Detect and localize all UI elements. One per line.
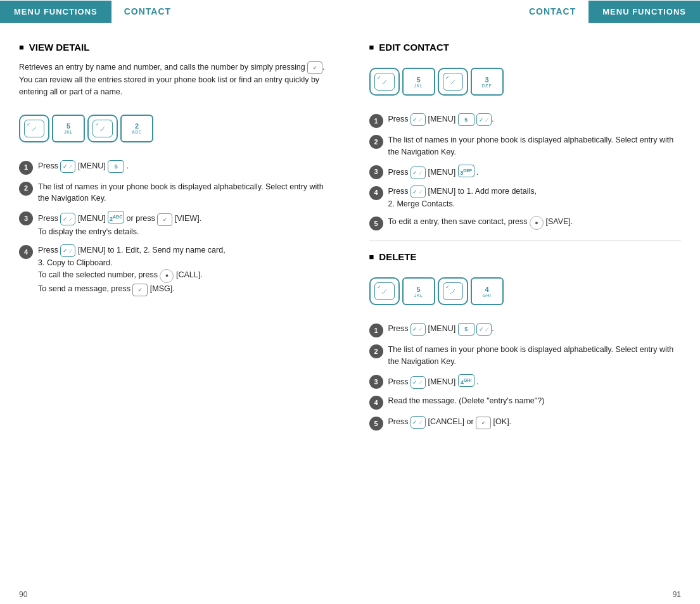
delete-title: DELETE [369,251,682,262]
edit-step-1-content: Press ✓⟋ [MENU] 5 ✓⟋. [388,113,682,126]
edit-contact-title: EDIT CONTACT [369,42,682,53]
phone-slash-icon-2: ⟋ [98,123,107,134]
ib-phone-icon-1: ✓⟋ [60,160,75,173]
edit-phone-slash-1: ⟋ [380,77,389,87]
diagram-num-5-btn: 5 JKL [52,115,85,142]
del-diagram-num-4-btn: 4 GHI [471,277,504,305]
edit-ib-3: 3DEF [458,165,474,177]
diagram-num-2-btn: 2 ABC [120,115,153,142]
checkmark-icon-2: ✓ [95,122,99,127]
num-5-sub: JKL [64,130,73,134]
ib-phone-icon-4: ✓⟋ [60,244,75,257]
del-ib-phone-3: ✓⟋ [410,376,426,389]
edit-step-5: 5 To edit a entry, then save contact, pr… [369,216,682,230]
edit-ib-phone-1: ✓⟋ [410,113,426,126]
ib-5-num: 5 [108,160,124,173]
ib-2-num: 2ABC [108,211,124,223]
edit-ib-phone-2: ✓⟋ [476,113,492,126]
edit-checkmark-1: ✓ [377,75,381,80]
edit-diagram-phone-btn-2: ✓ ⟋ [438,68,468,96]
edit-contact-steps: 1 Press ✓⟋ [MENU] 5 ✓⟋. 2 The list of na… [369,113,682,230]
edit-step-4-content: Press ✓⟋ [MENU] to 1. Add more details, … [388,186,682,210]
step-2-content: The list of names in your phone book is … [38,181,331,205]
edit-step-num-5: 5 [369,217,383,230]
ib-phone-icon-3: ✓⟋ [60,213,75,225]
del-step-num-1: 1 [369,324,383,337]
view-detail-diagram: ✓ ⟋ 5 JKL ✓ ⟋ 2 ABC [19,108,331,149]
del-diagram-phone-btn-1: ✓ ⟋ [369,277,400,305]
right-page-number: 91 [673,590,681,599]
edit-diagram-num-3-btn: 3 DEF [471,68,504,96]
ib-nav-icon: ↙ [157,213,172,226]
edit-phone-inline-1: ✓⟋ [410,113,426,126]
phone-slash-icon-1: ⟋ [30,123,39,134]
edit-num-5-main: 5 [416,76,420,84]
edit-phone-slash-2: ⟋ [449,77,457,87]
del-ib-4: 4GHI [458,374,474,387]
main-content: VIEW DETAIL Retrieves an entry by name a… [0,23,700,585]
divider [369,241,682,241]
del-ib-phone-2: ✓⟋ [476,323,492,336]
header-left: MENU FUNCTIONS CONTACT [0,0,350,23]
edit-contact-diagram: ✓ ⟋ 5 JKL ✓ ⟋ 3 DEF [369,61,682,102]
view-detail-title: VIEW DETAIL [19,42,331,53]
num-2-sub: ABC [132,130,142,134]
step-num-1: 1 [19,161,33,175]
edit-step-3: 3 Press ✓⟋ [MENU] 3DEF . [369,165,682,179]
del-step-5: 5 Press ✓⟋ [CANCEL] or ↙ [OK]. [369,416,682,431]
edit-step-3-content: Press ✓⟋ [MENU] 3DEF . [388,165,682,179]
delete-steps: 1 Press ✓⟋ [MENU] 5 ✓⟋. 2 The list of na… [369,323,682,431]
edit-step-4: 4 Press ✓⟋ [MENU] to 1. Add more details… [369,186,682,210]
del-num-5-main: 5 [416,286,420,293]
step-1-content: Press ✓⟋ [MENU] 5 . [38,160,331,173]
del-step-3-content: Press ✓⟋ [MENU] 4GHI . [388,374,682,389]
del-ib-phone-5: ✓⟋ [410,416,426,429]
del-checkmark-1: ✓ [377,284,381,290]
right-menu-functions-tab: MENU FUNCTIONS [589,1,700,23]
del-num-5-sub: JKL [414,293,423,298]
phone-inner-1: ✓ ⟋ [24,120,44,137]
left-column: VIEW DETAIL Retrieves an entry by name a… [0,29,350,579]
edit-diagram-num-5-btn: 5 JKL [402,68,435,96]
del-diagram-num-5-btn: 5 JKL [402,277,435,305]
center-call-icon: ● [160,269,174,283]
edit-num-3-main: 3 [485,76,488,84]
left-page-number: 90 [19,590,673,599]
del-phone-inner-1: ✓ ⟋ [374,282,395,300]
del-step-2: 2 The list of names in your phone book i… [369,344,682,368]
left-contact-tab: CONTACT [111,0,184,23]
step-1: 1 Press ✓⟋ [MENU] 5 . [19,160,331,175]
step-num-3: 3 [19,211,33,225]
del-ib-phone-1: ✓⟋ [410,323,426,336]
checkmark-icon-1: ✓ [27,122,31,127]
edit-phone-inner-2: ✓ ⟋ [443,73,463,91]
del-step-num-4: 4 [369,396,383,410]
del-step-4: 4 Read the message. (Delete "entry's nam… [369,395,682,410]
del-phone-inner-2: ✓ ⟋ [443,282,463,300]
phone-inline-4: ✓⟋ [60,244,75,257]
del-step-num-2: 2 [369,344,383,358]
edit-step-5-content: To edit a entry, then save contact, pres… [388,216,682,230]
step-num-2: 2 [19,182,33,196]
diagram-phone-btn-2: ✓ ⟋ [87,115,118,142]
num-5-main: 5 [67,122,70,130]
edit-phone-inner-1: ✓ ⟋ [374,73,395,91]
diagram-phone-btn-1: ✓ ⟋ [19,115,49,142]
header-right: CONTACT MENU FUNCTIONS [350,0,701,23]
view-detail-description: Retrieves an entry by name and number, a… [19,61,331,98]
phone-inline-3: ✓⟋ [60,213,75,225]
edit-num-3-sub: DEF [482,84,492,88]
del-step-5-content: Press ✓⟋ [CANCEL] or ↙ [OK]. [388,416,682,429]
edit-step-2: 2 The list of names in your phone book i… [369,134,682,158]
step-4-content: Press ✓⟋ [MENU] to 1. Edit, 2. Send my n… [38,244,331,296]
del-nav-ok-icon: ↙ [476,417,491,429]
edit-step-num-2: 2 [369,135,383,149]
step-num-4: 4 [19,245,33,259]
ib-nav-msg-icon: ↙ [132,284,148,296]
page-header: MENU FUNCTIONS CONTACT CONTACT MENU FUNC… [0,0,700,23]
edit-ib-5: 5 [458,113,474,126]
del-checkmark-2: ✓ [445,284,450,290]
del-num-4-main: 4 [485,286,488,293]
edit-step-num-3: 3 [369,165,383,179]
step-4: 4 Press ✓⟋ [MENU] to 1. Edit, 2. Send my… [19,244,331,296]
